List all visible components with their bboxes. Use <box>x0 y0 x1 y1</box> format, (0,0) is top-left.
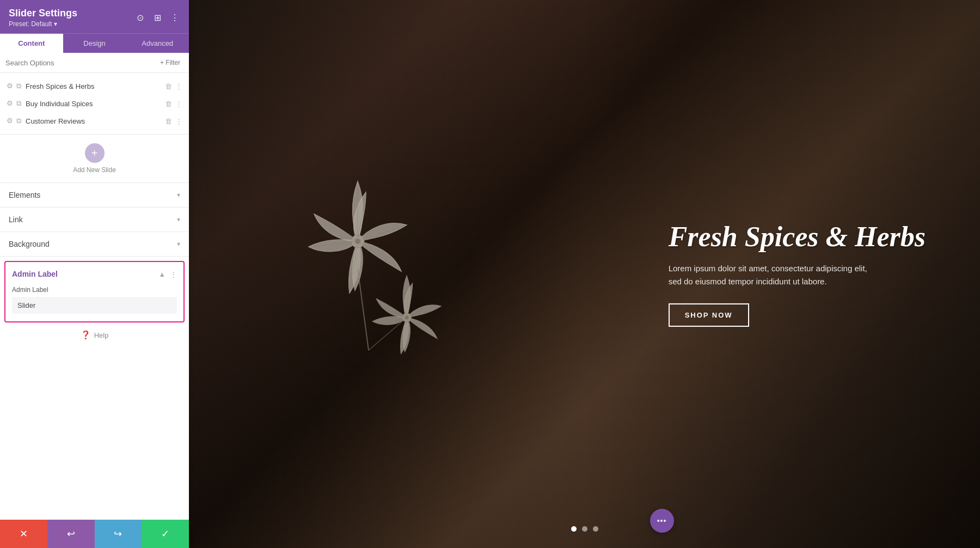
cancel-button[interactable]: ✕ <box>0 520 47 548</box>
gear-icon[interactable]: ⚙ <box>7 82 13 90</box>
tab-content[interactable]: Content <box>0 34 63 53</box>
slider-preview: Fresh Spices & Herbs Lorem ipsum dolor s… <box>189 0 980 548</box>
slide-2-icons: ⚙ ⧉ <box>7 99 21 108</box>
tabs-row: Content Design Advanced <box>0 33 189 53</box>
admin-label-section-title: Admin Label <box>12 270 58 278</box>
help-icon: ❓ <box>81 330 91 340</box>
slide-2-actions: 🗑 ⋮ <box>165 100 182 108</box>
elements-header[interactable]: Elements ▾ <box>0 183 189 207</box>
slide-item-1[interactable]: ⚙ ⧉ Fresh Spices & Herbs 🗑 ⋮ <box>0 77 189 95</box>
gear-icon[interactable]: ⚙ <box>7 99 13 108</box>
elements-section: Elements ▾ <box>0 183 189 208</box>
preview-icon[interactable]: ⊙ <box>134 13 145 23</box>
help-label: Help <box>94 331 109 339</box>
header-icons: ⊙ ⊞ ⋮ <box>134 13 180 23</box>
save-icon: ✓ <box>161 528 169 540</box>
sidebar-header: Slider Settings Preset: Default ▾ ⊙ ⊞ ⋮ <box>0 0 189 33</box>
copy-icon[interactable]: ⧉ <box>16 99 21 108</box>
redo-button[interactable]: ↪ <box>95 520 142 548</box>
more-options-icon[interactable]: ⋮ <box>169 13 180 23</box>
undo-icon: ↩ <box>67 528 75 540</box>
slide-1-name: Fresh Spices & Herbs <box>26 82 161 90</box>
help-row[interactable]: ❓ Help <box>0 322 189 348</box>
more-icon[interactable]: ⋮ <box>175 82 182 90</box>
slider-dots <box>571 526 598 532</box>
redo-icon: ↪ <box>114 528 122 540</box>
slide-item-3[interactable]: ⚙ ⧉ Customer Reviews 🗑 ⋮ <box>0 112 189 130</box>
tab-advanced[interactable]: Advanced <box>126 34 189 53</box>
slide-1-icons: ⚙ ⧉ <box>7 82 21 90</box>
sidebar-title: Slider Settings <box>9 8 77 19</box>
admin-label-input[interactable] <box>12 297 177 314</box>
sidebar-scroll: + Filter ⚙ ⧉ Fresh Spices & Herbs 🗑 ⋮ ⚙ … <box>0 53 189 548</box>
link-header[interactable]: Link ▾ <box>0 208 189 232</box>
elements-chevron-icon: ▾ <box>177 191 180 199</box>
preset-selector[interactable]: Preset: Default ▾ <box>9 20 77 28</box>
add-circle-icon: + <box>85 143 105 163</box>
admin-label-field-label: Admin Label <box>12 286 177 294</box>
delete-icon[interactable]: 🗑 <box>165 117 172 125</box>
filter-button[interactable]: + Filter <box>157 57 183 68</box>
admin-label-body: Admin Label <box>5 286 183 321</box>
svg-line-11 <box>358 269 369 350</box>
background-label: Background <box>9 240 50 248</box>
background-header[interactable]: Background ▾ <box>0 232 189 256</box>
layout-icon[interactable]: ⊞ <box>152 13 163 23</box>
filter-label: + Filter <box>160 59 180 66</box>
link-section: Link ▾ <box>0 208 189 232</box>
svg-line-4 <box>358 241 397 269</box>
main-content: Fresh Spices & Herbs Lorem ipsum dolor s… <box>189 0 980 548</box>
save-button[interactable]: ✓ <box>142 520 189 548</box>
dot-2[interactable] <box>582 526 587 532</box>
delete-icon[interactable]: 🗑 <box>165 82 172 90</box>
slider-title: Fresh Spices & Herbs <box>669 221 926 252</box>
elements-label: Elements <box>9 191 40 199</box>
star-anise-illustration <box>260 143 488 405</box>
slide-3-name: Customer Reviews <box>26 117 161 125</box>
sidebar: Slider Settings Preset: Default ▾ ⊙ ⊞ ⋮ … <box>0 0 189 548</box>
slides-list: ⚙ ⧉ Fresh Spices & Herbs 🗑 ⋮ ⚙ ⧉ Buy Ind… <box>0 73 189 135</box>
header-left: Slider Settings Preset: Default ▾ <box>9 8 77 28</box>
add-new-slide-button[interactable]: + Add New Slide <box>0 135 189 183</box>
slide-3-icons: ⚙ ⧉ <box>7 117 21 125</box>
tab-design[interactable]: Design <box>63 34 126 53</box>
dot-1[interactable] <box>571 526 577 532</box>
floating-action-button[interactable]: ••• <box>650 509 674 533</box>
search-input[interactable] <box>5 59 152 67</box>
copy-icon[interactable]: ⧉ <box>16 117 21 125</box>
preset-label: Preset: Default <box>9 20 52 28</box>
dot-3[interactable] <box>593 526 598 532</box>
link-chevron-icon: ▾ <box>177 216 180 223</box>
delete-icon[interactable]: 🗑 <box>165 100 172 108</box>
gear-icon[interactable]: ⚙ <box>7 117 13 125</box>
slide-2-name: Buy Individual Spices <box>26 100 161 108</box>
admin-label-more-icon[interactable]: ⋮ <box>170 270 177 278</box>
slider-content: Fresh Spices & Herbs Lorem ipsum dolor s… <box>669 221 926 327</box>
admin-label-header-icons: ▲ ⋮ <box>158 270 177 278</box>
shop-now-button[interactable]: SHOP NOW <box>669 303 749 327</box>
collapse-icon[interactable]: ▲ <box>158 270 166 278</box>
bottom-bar: ✕ ↩ ↪ ✓ <box>0 520 189 548</box>
copy-icon[interactable]: ⧉ <box>16 82 21 90</box>
preset-arrow-icon: ▾ <box>54 20 57 28</box>
link-label: Link <box>9 215 23 224</box>
more-icon[interactable]: ⋮ <box>175 117 182 125</box>
admin-label-header[interactable]: Admin Label ▲ ⋮ <box>5 262 183 286</box>
slide-item-2[interactable]: ⚙ ⧉ Buy Individual Spices 🗑 ⋮ <box>0 95 189 112</box>
cancel-icon: ✕ <box>20 528 28 540</box>
add-new-label: Add New Slide <box>73 166 116 174</box>
slide-1-actions: 🗑 ⋮ <box>165 82 182 90</box>
slider-description: Lorem ipsum dolor sit amet, consectetur … <box>669 262 926 288</box>
undo-button[interactable]: ↩ <box>47 520 95 548</box>
background-section: Background ▾ <box>0 232 189 257</box>
background-chevron-icon: ▾ <box>177 240 180 248</box>
search-row: + Filter <box>0 53 189 73</box>
more-icon[interactable]: ⋮ <box>175 100 182 108</box>
slide-3-actions: 🗑 ⋮ <box>165 117 182 125</box>
admin-label-section: Admin Label ▲ ⋮ Admin Label <box>4 261 185 322</box>
fab-icon: ••• <box>657 516 667 525</box>
